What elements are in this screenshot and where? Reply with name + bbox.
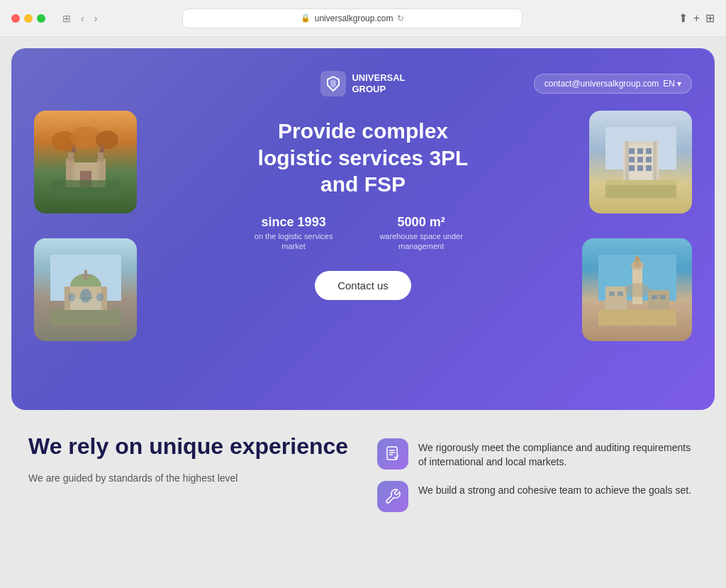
svg-rect-23: [629, 165, 635, 171]
sidebar-toggle[interactable]: ⊞: [60, 11, 74, 26]
svg-rect-20: [629, 157, 635, 162]
svg-rect-55: [598, 310, 676, 326]
svg-rect-18: [637, 148, 643, 154]
back-button[interactable]: ‹: [78, 11, 87, 26]
tools-icon: [384, 488, 401, 505]
svg-point-38: [80, 289, 91, 303]
svg-rect-35: [82, 274, 90, 277]
logo-text: UNIVERSAL GROUP: [352, 72, 405, 94]
svg-rect-24: [637, 165, 643, 171]
stat-warehouse-value: 5000 m²: [366, 215, 476, 230]
stat-since: since 1993 on the logistic services mark…: [250, 215, 337, 252]
hero-stats: since 1993 on the logistic services mark…: [250, 215, 476, 252]
contact-email-text: contact@universalkgroup.com: [544, 79, 659, 89]
svg-text:☽: ☽: [635, 255, 639, 258]
bulgaria-image-container[interactable]: Bulgaria ↗: [34, 238, 137, 341]
feature-compliance: We rigorously meet the compliance and au…: [377, 438, 698, 470]
bottom-description: We are guided by standards of the highes…: [28, 471, 349, 486]
romania-scene: [50, 127, 121, 198]
mongolia-image: [589, 111, 692, 213]
forward-button[interactable]: ›: [91, 11, 101, 26]
stat-warehouse: 5000 m² warehouse space under management: [366, 215, 476, 252]
svg-point-39: [68, 293, 75, 301]
tabs-button[interactable]: ⊞: [705, 11, 715, 25]
document-icon: [384, 445, 401, 462]
stat-warehouse-label: warehouse space under management: [366, 231, 476, 252]
feature-team: We build a strong and cohesive team to a…: [377, 481, 698, 512]
new-tab-button[interactable]: +: [693, 11, 700, 25]
contact-us-button[interactable]: Contact us: [315, 271, 411, 300]
team-text: We build a strong and cohesive team to a…: [418, 481, 691, 498]
svg-rect-17: [629, 148, 635, 154]
svg-rect-52: [618, 292, 623, 296]
stat-since-label: on the logistic services market: [250, 231, 337, 252]
svg-rect-19: [646, 148, 652, 154]
bulgaria-image: [34, 238, 137, 341]
site-header: UNIVERSAL GROUP contact@universalkgroup.…: [34, 71, 692, 96]
mongolia-scene: [605, 127, 676, 198]
mongolia-image-container[interactable]: Mongolia ↗: [589, 111, 692, 213]
kyrgyzstan-image: ☽: [582, 238, 692, 341]
bottom-section: We rely on unique experience We are guid…: [11, 410, 715, 526]
bottom-title: We rely on unique experience: [28, 433, 349, 460]
svg-point-4: [96, 131, 118, 149]
svg-rect-13: [50, 180, 121, 198]
contact-email-button[interactable]: contact@universalkgroup.com EN ▾: [534, 74, 692, 94]
hero-center: Provide complex logistic services 3PL an…: [250, 118, 476, 300]
svg-rect-54: [660, 295, 666, 299]
svg-rect-41: [50, 310, 121, 326]
svg-rect-29: [605, 185, 676, 198]
svg-rect-53: [652, 295, 657, 299]
logo-icon: [320, 71, 346, 96]
team-icon: [377, 481, 408, 512]
url-text: universalkgroup.com: [315, 13, 393, 23]
minimize-button[interactable]: [24, 14, 33, 23]
traffic-lights: [11, 14, 45, 23]
hero-content: Romania ↗: [34, 111, 692, 409]
refresh-icon[interactable]: ↻: [397, 13, 404, 23]
lang-badge: EN ▾: [663, 79, 681, 89]
browser-chrome: ⊞ ‹ › 🔒 universalkgroup.com ↻ ⬆ + ⊞: [0, 0, 726, 37]
address-bar[interactable]: 🔒 universalkgroup.com ↻: [182, 9, 523, 28]
svg-rect-22: [646, 157, 652, 162]
svg-rect-9: [98, 152, 104, 161]
compliance-icon: [377, 438, 408, 470]
compliance-text: We rigorously meet the compliance and au…: [418, 438, 698, 469]
svg-point-50: [625, 283, 650, 297]
bulgaria-scene: [50, 255, 121, 326]
svg-rect-25: [646, 165, 652, 171]
romania-image-container[interactable]: Romania ↗: [34, 111, 137, 213]
browser-nav: ⊞ ‹ ›: [60, 11, 100, 26]
bottom-right: We rigorously meet the compliance and au…: [377, 433, 698, 512]
share-button[interactable]: ⬆: [678, 11, 688, 25]
logo[interactable]: UNIVERSAL GROUP: [320, 71, 405, 96]
stat-since-value: since 1993: [250, 215, 337, 230]
browser-actions: ⬆ + ⊞: [678, 11, 715, 25]
kyrgyzstan-image-container[interactable]: ☽ Kyr: [582, 238, 692, 341]
lock-icon: 🔒: [301, 13, 311, 23]
close-button[interactable]: [11, 14, 20, 23]
svg-rect-51: [609, 292, 615, 296]
page-wrapper: UNIVERSAL GROUP contact@universalkgroup.…: [0, 37, 726, 588]
svg-rect-8: [68, 152, 74, 161]
fullscreen-button[interactable]: [37, 14, 45, 23]
svg-point-40: [96, 293, 104, 301]
svg-rect-21: [637, 157, 643, 162]
romania-image: [34, 111, 137, 213]
hero-section: UNIVERSAL GROUP contact@universalkgroup.…: [11, 48, 715, 410]
hero-title: Provide complex logistic services 3PL an…: [250, 118, 476, 198]
bottom-left: We rely on unique experience We are guid…: [28, 433, 349, 512]
kyrgyzstan-scene: ☽: [598, 255, 676, 326]
